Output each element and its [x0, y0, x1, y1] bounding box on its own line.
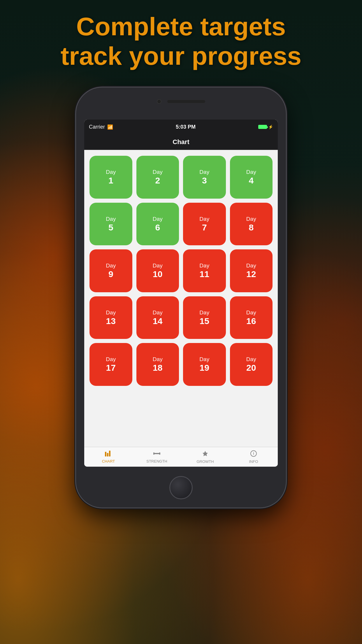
day-label-3: Day	[199, 169, 209, 176]
day-label-11: Day	[199, 262, 209, 269]
day-tile-3[interactable]: Day3	[183, 156, 226, 199]
day-tile-18[interactable]: Day18	[136, 343, 179, 386]
day-grid: Day1Day2Day3Day4Day5Day6Day7Day8Day9Day1…	[89, 156, 273, 386]
day-label-5: Day	[106, 216, 116, 223]
svg-rect-2	[109, 451, 110, 456]
growth-tab-label: GROWTH	[196, 459, 214, 464]
day-number-13: 13	[106, 316, 116, 326]
day-label-20: Day	[246, 356, 256, 363]
phone-speaker	[167, 100, 205, 103]
day-number-6: 6	[155, 223, 160, 232]
day-number-7: 7	[202, 223, 207, 232]
svg-rect-0	[105, 452, 106, 456]
svg-rect-1	[107, 453, 108, 456]
chart-tab-icon	[105, 451, 112, 458]
day-number-18: 18	[153, 363, 162, 372]
tab-chart[interactable]: CHART	[84, 447, 133, 467]
day-number-20: 20	[246, 363, 256, 372]
svg-text:i: i	[253, 452, 254, 456]
day-label-17: Day	[106, 356, 116, 363]
tab-growth[interactable]: GROWTH	[181, 447, 229, 467]
chart-tab-label: CHART	[102, 459, 115, 463]
status-left: Carrier 📶	[89, 124, 113, 130]
svg-rect-7	[160, 453, 160, 454]
chart-content: Day1Day2Day3Day4Day5Day6Day7Day8Day9Day1…	[84, 150, 278, 447]
day-tile-13[interactable]: Day13	[89, 296, 132, 339]
phone-screen: Carrier 📶 5:03 PM ⚡ Chart Day1Day2Day3Da…	[84, 120, 278, 467]
day-label-10: Day	[153, 262, 163, 269]
day-label-2: Day	[153, 169, 163, 176]
wifi-icon: 📶	[107, 124, 113, 130]
day-tile-15[interactable]: Day15	[183, 296, 226, 339]
battery-icon	[258, 125, 267, 129]
svg-rect-6	[153, 453, 154, 454]
growth-tab-icon	[202, 450, 208, 459]
day-label-4: Day	[246, 169, 256, 176]
day-tile-19[interactable]: Day19	[183, 343, 226, 386]
day-tile-16[interactable]: Day16	[230, 296, 273, 339]
navigation-bar: Chart	[84, 134, 278, 150]
info-tab-icon: i	[250, 450, 257, 459]
day-number-3: 3	[202, 176, 207, 185]
day-tile-5[interactable]: Day5	[89, 203, 132, 246]
strength-tab-icon	[153, 451, 160, 458]
day-number-10: 10	[153, 269, 162, 279]
day-number-14: 14	[153, 316, 162, 326]
day-label-8: Day	[246, 216, 256, 223]
day-tile-1[interactable]: Day1	[89, 156, 132, 199]
day-number-9: 9	[108, 269, 113, 279]
day-number-19: 19	[200, 363, 209, 372]
day-number-2: 2	[155, 176, 160, 185]
day-tile-8[interactable]: Day8	[230, 203, 273, 246]
day-tile-6[interactable]: Day6	[136, 203, 179, 246]
day-number-17: 17	[106, 363, 116, 372]
day-label-6: Day	[153, 216, 163, 223]
nav-title: Chart	[173, 138, 189, 146]
tab-strength[interactable]: STRENGTH	[133, 447, 181, 467]
tab-bar: CHART STRENGTH	[84, 447, 278, 467]
day-tile-4[interactable]: Day4	[230, 156, 273, 199]
status-time: 5:03 PM	[176, 124, 196, 130]
tab-info[interactable]: i INFO	[229, 447, 278, 467]
headline: Complete targets track your progress	[0, 12, 362, 71]
day-label-13: Day	[106, 309, 116, 316]
day-label-15: Day	[199, 309, 209, 316]
status-bar: Carrier 📶 5:03 PM ⚡	[84, 120, 278, 134]
day-label-1: Day	[106, 169, 116, 176]
day-label-19: Day	[199, 356, 209, 363]
day-number-16: 16	[246, 316, 256, 326]
day-number-5: 5	[108, 223, 113, 232]
day-number-12: 12	[246, 269, 256, 279]
day-tile-9[interactable]: Day9	[89, 249, 132, 292]
info-tab-label: INFO	[249, 459, 258, 464]
day-label-7: Day	[199, 216, 209, 223]
day-label-14: Day	[153, 309, 163, 316]
headline-line1: Complete targets	[76, 12, 286, 41]
day-number-4: 4	[249, 176, 254, 185]
home-button[interactable]	[169, 476, 193, 499]
charging-icon: ⚡	[268, 125, 273, 129]
day-tile-17[interactable]: Day17	[89, 343, 132, 386]
day-label-9: Day	[106, 262, 116, 269]
day-label-18: Day	[153, 356, 163, 363]
day-tile-2[interactable]: Day2	[136, 156, 179, 199]
phone-notch-area	[157, 99, 205, 104]
day-number-15: 15	[200, 316, 209, 326]
carrier-label: Carrier	[89, 124, 105, 130]
day-number-8: 8	[249, 223, 254, 232]
day-tile-14[interactable]: Day14	[136, 296, 179, 339]
day-number-11: 11	[200, 269, 209, 279]
strength-tab-label: STRENGTH	[146, 459, 167, 463]
svg-rect-3	[154, 453, 160, 454]
front-camera	[157, 99, 161, 104]
day-tile-10[interactable]: Day10	[136, 249, 179, 292]
day-tile-7[interactable]: Day7	[183, 203, 226, 246]
day-label-12: Day	[246, 262, 256, 269]
day-tile-20[interactable]: Day20	[230, 343, 273, 386]
phone-frame: Carrier 📶 5:03 PM ⚡ Chart Day1Day2Day3Da…	[76, 88, 286, 508]
day-label-16: Day	[246, 309, 256, 316]
headline-line2: track your progress	[61, 41, 302, 70]
day-tile-11[interactable]: Day11	[183, 249, 226, 292]
day-tile-12[interactable]: Day12	[230, 249, 273, 292]
status-right: ⚡	[258, 125, 273, 129]
